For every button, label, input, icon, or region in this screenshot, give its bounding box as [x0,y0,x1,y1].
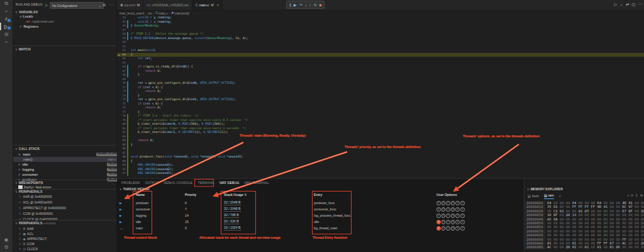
call-stack-thread[interactable]: > loggingPAUSED [13,167,121,172]
split-editor-icon[interactable]: ◫ [631,2,635,7]
breadcrumb-item[interactable]: inter_less1_exer1 [119,11,144,15]
run-options-chevron-icon[interactable]: ⌄ [619,2,623,7]
peripheral-item[interactable]: > CCM @ 0x4000f000 [13,211,116,216]
call-stack-thread[interactable]: > idlePAUSED [13,162,121,167]
user-options-column-header[interactable]: User Options [436,193,523,197]
peripheral-item[interactable]: > ACL @ 0x4001e000 [13,200,116,205]
token: K_SECONDS [204,130,219,134]
stack-usage-link[interactable]: 32 / 768 B [224,214,239,218]
run-file-icon[interactable]: ▷ [614,2,617,7]
remote-explorer-icon[interactable]: ⌁ [0,38,13,45]
add-memory-view-button[interactable]: + [559,193,561,199]
save-memory-icon[interactable]: ↧ [635,193,638,198]
code-area[interactable]: 54 uint32_t y_reading;55 uint32_t z_read… [117,16,644,176]
panel-tab-debug-console[interactable]: DEBUG CONSOLE [164,181,192,185]
stack-usage-link[interactable]: 32 / 320 B [224,220,239,224]
step-out-icon[interactable]: ↑ [309,3,311,7]
chevron-icon: > [19,237,21,241]
name-column-header[interactable]: Name [136,193,185,197]
peripheral-item[interactable]: > AAR @ 0x4000f000 [13,194,116,199]
open-changes-icon[interactable]: ⇄ [626,2,629,7]
peripheral-item[interactable]: > APPROTECT @ 0x40000000 [13,205,116,210]
explorer-icon[interactable]: ⧉ [0,0,13,8]
continue-icon[interactable]: ▶ [294,3,297,7]
pause-icon[interactable]: ∥ [289,3,291,7]
section-divider [13,145,116,146]
stack-usage-column-header[interactable]: Stack Usage ⇅ [224,193,314,197]
memory-tab-ram[interactable]: ▤ram [544,193,554,199]
token: /* STEP 1.2 - Start the timers */ [138,114,198,117]
variable-row[interactable]: ret: <optimized out> [13,19,129,24]
stack-usage-link[interactable]: 32 / 2048 B [224,201,241,205]
token: )); [223,130,228,134]
panel-tab-problems[interactable]: PROBLEMS [121,181,140,185]
thread-row[interactable]: ▶consumer732 / 2048 Bconsumer_func012345 [117,206,523,212]
panel-tab-output[interactable]: OUTPUT [145,181,158,185]
peripherals2-section-header[interactable]: ∨PERIPHERALS nrf52833 [15,221,55,225]
editor-tab[interactable]: ⚙prj.confM [117,0,143,10]
breadcrumb-item[interactable]: src [148,11,152,15]
call-stack-thread[interactable]: ∨ mainPAUSED ON STEP [13,152,121,157]
more-actions-icon[interactable]: ⋯ [638,2,643,7]
debug-config-dropdown[interactable]: No Configurations ⌄ [50,2,104,9]
goto-address-icon[interactable]: ⌖ [627,193,629,198]
thread-viewer-header[interactable]: ∨THREAD VIEWER [119,187,150,191]
editor-tab[interactable]: Cmain.cM× [192,0,223,10]
editor-tab[interactable]: <>nrf52833dk_nrf52833.dts [143,0,192,10]
peripheral-item[interactable]: > ⚙AAR [13,226,116,231]
peripheral-item[interactable]: > ◷CLOCK [13,246,116,251]
debug-settings-gear-icon[interactable]: ⚙ [103,3,106,7]
byte-value: 00 [639,238,644,241]
byte-value: 00 [552,221,558,225]
byte-value: 01 [582,245,589,249]
call-stack-section-header[interactable]: ∨CALL STACK [15,147,40,151]
breadcrumb-item[interactable]: ❖main(void) [171,11,189,15]
thread-row[interactable]: →main016 / 1024 Bbg_thread_main012345 [117,225,523,231]
stack-usage-link[interactable]: 16 / 1024 B [224,226,241,231]
locals-group[interactable]: ∨ Locals [13,14,123,19]
watch-section-header[interactable]: ∨WATCH [15,47,31,51]
manage-gear-icon[interactable]: ⚙ [0,243,13,251]
registers-group[interactable]: > Registers [13,24,123,29]
account-icon[interactable]: ◉ [0,236,13,243]
step-into-icon[interactable]: ↓ [305,3,307,7]
peripheral-item[interactable]: > ⚙CCM [13,241,116,246]
call-stack-thread[interactable]: > consumerPAUSED [13,172,121,177]
priority-column-header[interactable]: Priority [185,193,224,197]
byte-value: 00 [589,213,595,217]
thread-row[interactable]: ▶idle1532 / 320 Bidle012345 [117,219,523,225]
panel-tab-nrf-terminal[interactable]: NRF TERMINAL [245,181,269,185]
memory-explorer-header[interactable]: ∨MEMORY EXPLORER [527,187,563,191]
start-debug-icon[interactable]: ▷ [45,3,48,7]
call-stack-frame[interactable]: main()main.c63:1 [13,157,126,162]
source-control-icon[interactable]: ⋔ [0,15,13,23]
byte-value: AC [547,245,552,249]
sidebar-more-icon[interactable]: ⋯ [109,2,113,6]
thread-row[interactable]: ▶producer632 / 2048 Bproducer_func012345 [117,200,523,206]
stop-icon[interactable]: ■ [319,3,322,7]
run-and-debug-sidebar: RUN AND DEBUG ▷ No Configurations ⌄ ⚙ ⋯ … [13,0,117,252]
byte-value: 01 [595,245,601,249]
extensions-icon[interactable]: ⊞ [0,30,13,38]
panel-tab-terminal[interactable]: TERMINAL [197,181,214,185]
stack-usage-link[interactable]: 32 / 2048 B [224,207,241,212]
memory-hex-dump[interactable]: 2000000064 00 00 00 64 00 00 00 64 00 00… [525,201,644,249]
peripherals-section-header[interactable]: ∨PERIPHERALS [15,190,43,193]
memory-settings-icon[interactable]: ⚙ [640,193,643,198]
search-icon[interactable]: ⌕ [0,8,13,15]
restart-icon[interactable]: ↻ [314,3,317,7]
token: uint32_t [138,20,152,23]
panel-tab-nrf-debug[interactable]: NRF DEBUG [219,181,239,185]
breadcrumb-item[interactable]: Cmain.c [155,11,167,15]
thread-row[interactable]: ▶logging1432 / 768 Blog_process_thread_f… [117,212,523,219]
memory-tab-flash[interactable]: ▤flash [528,193,539,199]
entry-column-header[interactable]: Entry [314,193,436,197]
breadcrumb[interactable]: inter_less1_exer1›src›Cmain.c›❖main(void… [119,11,189,16]
step-over-icon[interactable]: ↷ [299,3,303,7]
close-icon[interactable]: × [217,3,219,7]
refresh-icon[interactable]: ⟳ [631,193,633,198]
run-and-debug-icon[interactable]: ▷ [0,23,13,30]
chevron-icon: > [19,227,21,231]
peripheral-item[interactable]: > ◉APPROTECT [13,236,116,241]
peripheral-item[interactable]: > ▦ACL [13,231,116,236]
